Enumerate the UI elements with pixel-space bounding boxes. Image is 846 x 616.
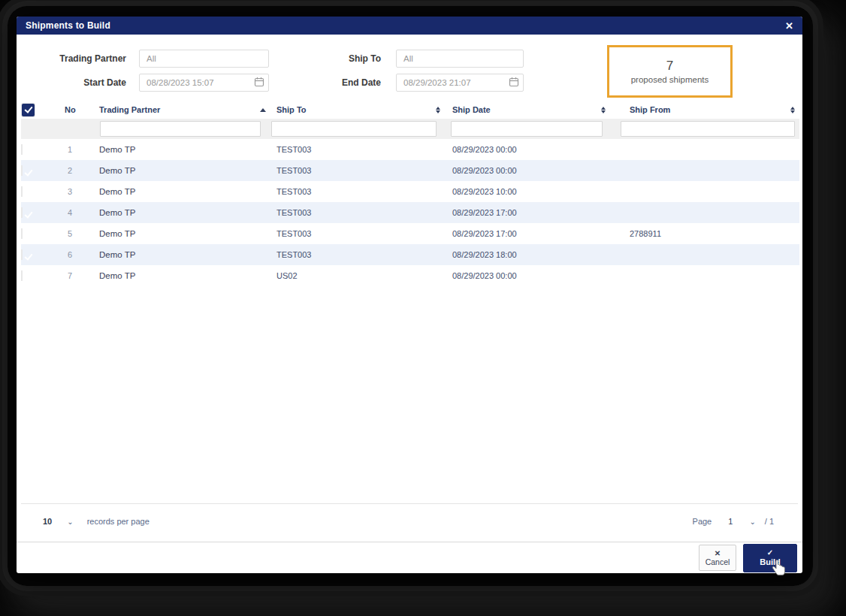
row-ship-to: TEST003 xyxy=(269,187,445,196)
filter-section: Trading Partner Ship To Start Date End D… xyxy=(17,35,802,101)
select-all-checkbox[interactable] xyxy=(22,104,35,116)
page-size-control: 10 ⌄ records per page xyxy=(43,517,150,526)
row-ship-date: 08/29/2023 00:00 xyxy=(445,271,610,280)
cancel-x-icon: ✕ xyxy=(715,549,721,558)
row-number: 6 xyxy=(63,250,98,259)
row-ship-date: 08/29/2023 10:00 xyxy=(445,187,610,196)
column-header-trading-partner[interactable]: Trading Partner xyxy=(98,101,269,119)
ship-from-column-filter[interactable] xyxy=(621,121,795,137)
page-label: Page xyxy=(693,517,712,526)
row-ship-date: 08/29/2023 00:00 xyxy=(445,166,610,175)
trading-partner-label: Trading Partner xyxy=(17,50,126,68)
ship-date-column-filter[interactable] xyxy=(451,121,603,137)
table-header-row: No Trading Partner Ship To Ship Date Shi… xyxy=(21,101,799,119)
table-row[interactable]: 6 Demo TP TEST003 08/29/2023 18:00 xyxy=(21,244,799,265)
row-number: 2 xyxy=(63,166,98,175)
row-trading-partner: Demo TP xyxy=(98,187,269,196)
row-ship-to: TEST003 xyxy=(269,166,445,175)
column-header-ship-from[interactable]: Ship From xyxy=(610,101,799,119)
row-number: 4 xyxy=(63,208,98,217)
end-date-input[interactable] xyxy=(396,74,524,92)
table-row[interactable]: 1 Demo TP TEST003 08/29/2023 00:00 xyxy=(21,139,799,160)
ship-to-label: Ship To xyxy=(286,50,381,68)
ship-to-input[interactable] xyxy=(396,50,524,68)
row-ship-to: TEST003 xyxy=(269,250,445,259)
modal-footer: ✕ Cancel ✓ Build xyxy=(17,542,802,573)
table-row[interactable]: 4 Demo TP TEST003 08/29/2023 17:00 xyxy=(21,202,799,223)
calendar-icon[interactable] xyxy=(254,77,264,87)
total-pages-label: / 1 xyxy=(765,517,774,526)
sort-icon[interactable] xyxy=(790,107,795,113)
row-trading-partner: Demo TP xyxy=(98,145,269,154)
row-trading-partner: Demo TP xyxy=(98,229,269,238)
table-row[interactable]: 3 Demo TP TEST003 08/29/2023 10:00 xyxy=(21,181,799,202)
table-body: 1 Demo TP TEST003 08/29/2023 00:00 2 Dem… xyxy=(17,139,802,286)
shipments-to-build-modal: Shipments to Build ✕ Trading Partner Shi… xyxy=(17,17,802,573)
mouse-hand-cursor-icon xyxy=(771,560,786,578)
trading-partner-input[interactable] xyxy=(139,50,269,68)
row-number: 7 xyxy=(63,271,98,280)
start-date-label: Start Date xyxy=(17,74,126,92)
row-number: 3 xyxy=(63,187,98,196)
row-ship-to: TEST003 xyxy=(269,208,445,217)
column-filter-row xyxy=(21,119,799,139)
column-header-no[interactable]: No xyxy=(63,101,98,119)
row-ship-date: 08/29/2023 17:00 xyxy=(445,208,610,217)
column-header-ship-to[interactable]: Ship To xyxy=(269,101,445,119)
row-ship-date: 08/29/2023 18:00 xyxy=(445,250,610,259)
row-trading-partner: Demo TP xyxy=(98,271,269,280)
trading-partner-column-filter[interactable] xyxy=(100,121,261,137)
cancel-button[interactable]: ✕ Cancel xyxy=(699,545,736,571)
calendar-icon[interactable] xyxy=(509,77,519,87)
page-navigator: Page 1 ⌄ / 1 xyxy=(693,517,774,526)
proposed-shipments-highlight-box: 7 proposed shipments xyxy=(607,45,733,98)
row-trading-partner: Demo TP xyxy=(98,166,269,175)
column-header-ship-date[interactable]: Ship Date xyxy=(445,101,610,119)
end-date-field-wrap xyxy=(396,74,524,92)
modal-title: Shipments to Build xyxy=(26,20,110,31)
sort-ascending-icon[interactable] xyxy=(260,108,266,112)
table-row[interactable]: 7 Demo TP US02 08/29/2023 00:00 xyxy=(21,265,799,286)
ship-to-field-wrap xyxy=(396,50,524,68)
ship-to-column-filter[interactable] xyxy=(271,121,437,137)
end-date-label: End Date xyxy=(286,74,381,92)
page-size-value[interactable]: 10 xyxy=(43,517,52,526)
table-empty-area xyxy=(17,286,802,503)
row-trading-partner: Demo TP xyxy=(98,208,269,217)
select-all-cell xyxy=(21,101,63,119)
check-icon: ✓ xyxy=(767,548,773,557)
start-date-field-wrap xyxy=(139,74,269,92)
sort-icon[interactable] xyxy=(436,107,440,113)
row-number: 5 xyxy=(63,229,98,238)
chevron-down-icon[interactable]: ⌄ xyxy=(67,518,73,526)
trading-partner-field-wrap xyxy=(139,50,269,68)
table-row[interactable]: 5 Demo TP TEST003 08/29/2023 17:00 27889… xyxy=(21,223,799,244)
row-trading-partner: Demo TP xyxy=(98,250,269,259)
records-per-page-label: records per page xyxy=(87,517,150,526)
row-ship-date: 08/29/2023 00:00 xyxy=(445,145,610,154)
proposed-shipments-label: proposed shipments xyxy=(631,75,709,84)
chevron-down-icon[interactable]: ⌄ xyxy=(749,518,755,526)
sort-icon[interactable] xyxy=(601,107,606,113)
pagination-bar: 10 ⌄ records per page Page 1 ⌄ / 1 xyxy=(21,503,798,542)
proposed-shipments-count: 7 xyxy=(666,59,673,74)
row-number: 1 xyxy=(63,145,98,154)
close-icon[interactable]: ✕ xyxy=(785,21,793,31)
row-ship-to: TEST003 xyxy=(269,229,445,238)
row-ship-from: 2788911 xyxy=(610,229,799,238)
build-button[interactable]: ✓ Build xyxy=(743,544,797,572)
table-row[interactable]: 2 Demo TP TEST003 08/29/2023 00:00 xyxy=(21,160,799,181)
row-ship-date: 08/29/2023 17:00 xyxy=(445,229,610,238)
current-page-value[interactable]: 1 xyxy=(728,517,733,526)
row-ship-to: TEST003 xyxy=(269,145,445,154)
start-date-input[interactable] xyxy=(139,74,269,92)
modal-titlebar: Shipments to Build ✕ xyxy=(17,17,802,35)
row-ship-to: US02 xyxy=(269,271,445,280)
